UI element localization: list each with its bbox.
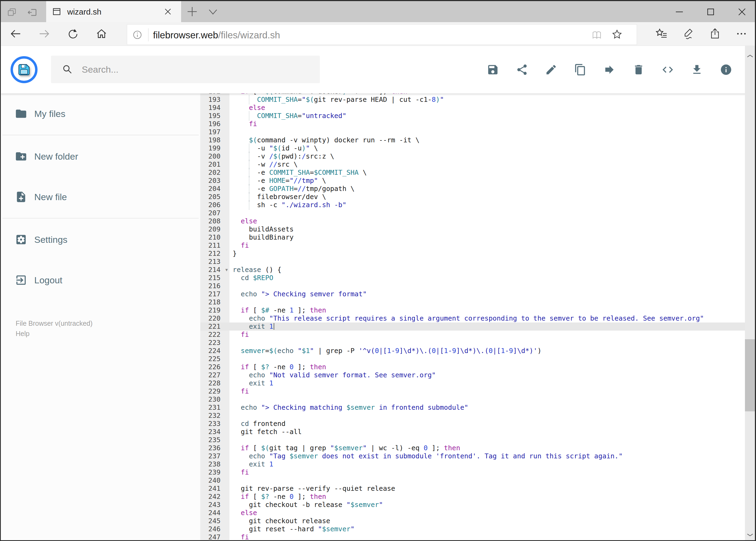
code-line-242[interactable]: 242 if [ $? -ne 0 ]; then [200, 493, 755, 501]
tab-close-icon[interactable] [164, 8, 171, 15]
code-line-221[interactable]: 221 exit 1 [200, 322, 755, 330]
fold-arrow-icon[interactable]: ▼ [225, 266, 228, 274]
code-line-229[interactable]: 229 fi [200, 387, 755, 395]
code-line-230[interactable]: 230 [200, 395, 755, 403]
code-line-192[interactable]: 192 if [ "$(command -v docker)" != "" ];… [200, 94, 755, 96]
code-line-228[interactable]: 228 exit 1 [200, 379, 755, 387]
sidebar-item-new-file[interactable]: New file [1, 177, 200, 217]
code-line-193[interactable]: 193 COMMIT_SHA="$(git rev-parse HEAD | c… [200, 96, 755, 104]
tab-list-chevron-icon[interactable] [207, 8, 218, 16]
url-text[interactable]: filebrowser.web/files/wizard.sh [153, 30, 280, 41]
set-tabs-aside-icon[interactable] [27, 7, 38, 18]
code-line-201[interactable]: 201 -w //src \ [200, 161, 755, 169]
reading-view-icon[interactable] [591, 29, 602, 40]
web-note-icon[interactable] [682, 28, 694, 40]
sidebar-item-logout[interactable]: Logout [1, 260, 200, 300]
code-line-232[interactable]: 232 [200, 412, 755, 420]
code-editor[interactable]: 192 if [ "$(command -v docker)" != "" ];… [200, 94, 755, 540]
filebrowser-logo[interactable] [11, 56, 38, 83]
help-link[interactable]: Help [16, 328, 93, 339]
edit-button[interactable] [545, 64, 557, 76]
code-line-227[interactable]: 227 echo "Not valid semver format. See s… [200, 371, 755, 379]
code-line-245[interactable]: 245 git checkout release [200, 517, 755, 525]
code-line-215[interactable]: 215 cd $REPO [200, 274, 755, 282]
code-line-209[interactable]: 209 buildAssets [200, 225, 755, 234]
refresh-icon[interactable] [67, 28, 79, 40]
scrollbar-thumb[interactable] [745, 339, 755, 411]
code-line-206[interactable]: 206 sh -c "./wizard.sh -b" [200, 201, 755, 209]
code-line-211[interactable]: 211 fi [200, 242, 755, 250]
new-tab-icon[interactable] [186, 6, 198, 17]
code-line-243[interactable]: 243 git checkout -b release "$semver" [200, 501, 755, 509]
more-options-icon[interactable] [735, 28, 748, 40]
download-button[interactable] [691, 64, 703, 76]
code-line-205[interactable]: 205 filebrowser/dev \ [200, 193, 755, 201]
code-line-223[interactable]: 223 [200, 339, 755, 347]
code-line-199[interactable]: 199 -u "$(id -u)" \ [200, 144, 755, 152]
hub-favorites-icon[interactable] [655, 28, 668, 40]
code-line-204[interactable]: 204 -e GOPATH=//tmp/gopath \ [200, 185, 755, 193]
code-line-231[interactable]: 231 echo "> Checking matching $semver in… [200, 403, 755, 412]
code-line-236[interactable]: 236 if [ $(git tag | grep "$semver" | wc… [200, 444, 755, 452]
code-line-216[interactable]: 216 [200, 282, 755, 290]
site-info-icon[interactable] [132, 29, 143, 40]
info-button[interactable] [720, 64, 732, 76]
search-input[interactable] [81, 56, 308, 83]
code-line-203[interactable]: 203 -e HOME="//tmp" \ [200, 177, 755, 185]
code-line-237[interactable]: 237 echo "Tag $semver does not exist in … [200, 452, 755, 460]
copy-button[interactable] [574, 64, 587, 76]
code-line-202[interactable]: 202 -e COMMIT_SHA=$COMMIT_SHA \ [200, 169, 755, 177]
code-line-217[interactable]: 217 echo "> Checking semver format" [200, 290, 755, 298]
forward-icon[interactable] [38, 28, 51, 40]
move-button[interactable] [603, 64, 616, 76]
close-icon[interactable] [738, 8, 746, 16]
code-line-235[interactable]: 235 [200, 436, 755, 444]
vertical-scrollbar[interactable] [745, 46, 755, 540]
code-line-247[interactable]: 247 fi [200, 533, 755, 540]
maximize-icon[interactable] [706, 8, 715, 16]
code-line-222[interactable]: 222 fi [200, 330, 755, 339]
sidebar-item-settings[interactable]: Settings [1, 219, 200, 260]
save-button[interactable] [487, 64, 499, 76]
tab-previews-icon[interactable] [7, 7, 18, 18]
search-box[interactable] [51, 56, 320, 83]
code-line-219[interactable]: 219 if [ $# -ne 1 ]; then [200, 306, 755, 314]
code-line-239[interactable]: 239 fi [200, 468, 755, 476]
share-button[interactable] [516, 64, 528, 76]
code-line-197[interactable]: 197 [200, 128, 755, 136]
code-line-198[interactable]: 198 $(command -v winpty) docker run --rm… [200, 136, 755, 144]
code-line-220[interactable]: 220 echo "This release script requires a… [200, 314, 755, 322]
source-code-button[interactable] [661, 64, 674, 76]
code-line-224[interactable]: 224 semver=$(echo "$1" | grep -P '^v(0|[… [200, 347, 755, 355]
code-line-240[interactable]: 240 [200, 476, 755, 485]
code-line-200[interactable]: 200 -v /$(pwd):/src:z \ [200, 152, 755, 161]
code-line-195[interactable]: 195 COMMIT_SHA="untracked" [200, 112, 755, 120]
delete-button[interactable] [632, 64, 645, 76]
browser-tab[interactable]: wizard.sh [46, 1, 181, 22]
code-line-208[interactable]: 208 else [200, 217, 755, 225]
back-icon[interactable] [9, 28, 22, 40]
code-line-241[interactable]: 241 git rev-parse --verify --quiet relea… [200, 485, 755, 493]
code-line-196[interactable]: 196 fi [200, 120, 755, 128]
code-line-207[interactable]: 207 [200, 209, 755, 217]
scroll-up-icon[interactable] [747, 55, 753, 58]
code-line-226[interactable]: 226 if [ $? -ne 0 ]; then [200, 363, 755, 371]
code-line-213[interactable]: 213 [200, 258, 755, 266]
code-line-244[interactable]: 244 else [200, 509, 755, 517]
minimize-icon[interactable] [675, 8, 684, 16]
code-line-246[interactable]: 246 git reset --hard "$semver" [200, 525, 755, 533]
sidebar-item-new-folder[interactable]: New folder [1, 136, 200, 177]
code-line-214[interactable]: 214▼release () { [200, 266, 755, 274]
code-line-233[interactable]: 233 cd frontend [200, 420, 755, 428]
sidebar-item-my-files[interactable]: My files [1, 94, 200, 134]
code-line-238[interactable]: 238 exit 1 [200, 460, 755, 468]
code-line-225[interactable]: 225 [200, 355, 755, 363]
code-line-218[interactable]: 218 [200, 298, 755, 306]
scroll-down-icon[interactable] [747, 533, 753, 536]
favorite-star-icon[interactable] [611, 29, 623, 40]
address-bar[interactable]: filebrowser.web/files/wizard.sh [127, 24, 637, 45]
home-icon[interactable] [95, 28, 108, 40]
share-icon[interactable] [709, 28, 721, 40]
code-line-210[interactable]: 210 buildBinary [200, 234, 755, 242]
code-line-194[interactable]: 194 else [200, 104, 755, 112]
